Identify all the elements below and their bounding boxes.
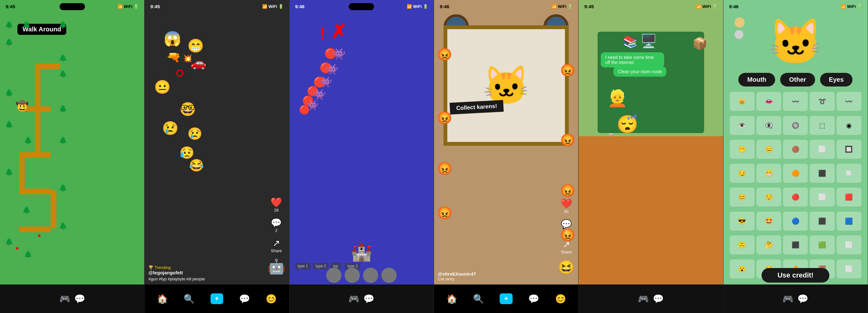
inbox-icon[interactable]: 💬 <box>239 294 250 304</box>
acc-item[interactable]: ⬚ <box>810 116 834 135</box>
inbox-icon-4[interactable]: 💬 <box>528 294 539 304</box>
status-time-4: 9:46 <box>440 4 449 9</box>
acc-item[interactable]: 😎 <box>730 212 754 231</box>
acc-item[interactable]: ⬜ <box>810 187 834 207</box>
acc-item[interactable]: 👁️ <box>730 116 754 135</box>
acc-item[interactable]: ◻️ <box>837 164 861 183</box>
emoji-nerd: 🤓 <box>180 101 196 117</box>
angry-emoji-4: 😡 <box>560 133 575 147</box>
like-button-4[interactable]: ❤️ 40 <box>560 198 572 214</box>
home-icon[interactable]: 🏠 <box>157 294 168 304</box>
acc-item[interactable]: ◉ <box>837 116 861 135</box>
screen4-cat-story: 9:46 📶 WiFi 🔋 🐱 Collect karens! 😡 😡 😡 😡 … <box>434 0 579 313</box>
acc-item[interactable]: 🔵 <box>783 212 808 231</box>
game-controller-icon[interactable]: 🎮 <box>59 294 70 304</box>
chat-icon[interactable]: 💬 <box>74 294 85 304</box>
share-button-4[interactable]: ↗ Share <box>561 239 572 254</box>
acc-item[interactable]: ⬛ <box>783 235 808 254</box>
bottom-nav-5: 🎮 💬 <box>579 284 723 313</box>
like-button[interactable]: ❤️ 26 <box>271 197 282 213</box>
acc-item[interactable]: 🟥 <box>837 187 861 207</box>
status-icons-3: 📶 WiFi 🔋 <box>407 4 428 9</box>
acc-item[interactable]: 😮 <box>730 259 754 278</box>
game-icon-5[interactable]: 🎮 <box>638 294 649 304</box>
avatar-icon: 🤖 <box>268 258 285 275</box>
ctrl-btn-2[interactable] <box>345 268 360 283</box>
tab-eyes[interactable]: Eyes <box>820 73 853 86</box>
acc-item[interactable]: 🤔 <box>756 235 781 254</box>
acc-item[interactable]: 🟤 <box>783 140 808 159</box>
comment-count-4: 2 <box>565 229 567 234</box>
acc-item[interactable]: 😶 <box>730 140 754 159</box>
add-button[interactable]: + <box>211 293 223 304</box>
tab-mouth[interactable]: Mouth <box>738 73 775 86</box>
acc-item[interactable]: ⬜ <box>810 140 834 159</box>
tree-icon: 🌲 <box>59 105 67 113</box>
acc-item[interactable]: 〰️ <box>783 92 808 111</box>
search-icon[interactable]: 🔍 <box>184 294 195 304</box>
book-emoji: 📚 <box>623 35 638 49</box>
game-icon-3[interactable]: 🎮 <box>348 294 360 304</box>
chat-icon-5[interactable]: 💬 <box>653 294 664 304</box>
acc-item[interactable]: ⬛ <box>810 164 834 183</box>
chat-icon-6[interactable]: 💬 <box>797 294 808 304</box>
add-button-4[interactable]: + <box>500 293 513 304</box>
path-segment <box>35 63 40 109</box>
acc-item[interactable]: ➰ <box>810 92 834 111</box>
home-icon-4[interactable]: 🏠 <box>446 294 458 304</box>
ctrl-btn-3[interactable] <box>363 268 378 283</box>
ctrl-btn-1[interactable] <box>326 268 341 283</box>
use-credit-button[interactable]: Use credit! <box>762 268 829 283</box>
comment-icon: 💬 <box>271 218 282 228</box>
screen6-cat-customizer: 9:46 📶 WiFi 🔋 🐱 Mouth Other Eyes 😸 👄 〰️ … <box>723 0 868 313</box>
x-mark: ✗ <box>331 21 346 43</box>
acc-item[interactable]: 😑 <box>756 140 781 159</box>
acc-item[interactable]: 🔘 <box>783 116 808 135</box>
acc-item[interactable]: ⬛ <box>810 212 834 231</box>
acc-item[interactable]: 🟦 <box>837 212 861 231</box>
acc-item[interactable]: 🔴 <box>783 187 808 207</box>
comment-button[interactable]: 💬 2 <box>271 218 282 233</box>
acc-item[interactable]: 🟩 <box>810 235 834 254</box>
profile-icon-4[interactable]: 😊 <box>555 294 566 304</box>
angry-emoji-5: 😡 <box>437 162 452 175</box>
impostor-1: 👾 <box>332 47 346 60</box>
acc-item[interactable]: ⬜ <box>837 235 861 254</box>
status-bar-2: 9:45 📶 WiFi 🔋 <box>145 0 289 13</box>
game-icon-6[interactable]: 🎮 <box>782 294 794 304</box>
tiktok-subtitle-4: Cat story <box>438 277 559 281</box>
notch-1 <box>60 3 85 10</box>
tab-other[interactable]: Other <box>780 73 815 86</box>
cat-frame: 🐱 <box>443 25 569 146</box>
like-count: 26 <box>274 208 278 213</box>
acc-item[interactable]: 😏 <box>730 164 754 183</box>
acc-item[interactable]: 👄 <box>756 92 781 111</box>
tiktok-tags: #gun #fyp #playbyte kill people <box>148 277 270 281</box>
box-emoji: 📦 <box>692 36 707 50</box>
acc-item[interactable]: 👁️‍🗨️ <box>756 116 781 135</box>
acc-item[interactable]: 😬 <box>756 164 781 183</box>
acc-item[interactable]: 🙃 <box>730 235 754 254</box>
status-bar-6: 9:46 📶 WiFi 🔋 <box>723 0 868 13</box>
acc-item[interactable]: ⬜ <box>837 259 861 278</box>
status-time-2: 9:45 <box>150 4 160 9</box>
acc-item[interactable]: 🤩 <box>756 212 781 231</box>
comment-button-4[interactable]: 💬 2 <box>561 219 572 234</box>
acc-item[interactable]: 🟠 <box>783 164 808 183</box>
ctrl-btn-4[interactable] <box>381 268 397 283</box>
game-controls <box>289 268 434 283</box>
acc-item[interactable]: 😸 <box>730 92 754 111</box>
profile-icon[interactable]: 😊 <box>266 294 277 304</box>
acc-item[interactable]: 〰️ <box>837 92 861 111</box>
acc-item[interactable]: 🔲 <box>837 140 861 159</box>
share-button[interactable]: ↗ Share <box>271 238 282 253</box>
tiktok-username: @legojangofett <box>148 270 270 275</box>
comment-icon-4: 💬 <box>561 219 572 229</box>
path-segment <box>35 63 60 69</box>
chat-icon-3[interactable]: 💬 <box>363 294 374 304</box>
status-bar-5: 9:45 📶 WiFi 🔋 <box>579 0 723 13</box>
search-icon-4[interactable]: 🔍 <box>473 294 484 304</box>
acc-item[interactable]: 😌 <box>756 187 781 207</box>
tiktok-bottom-info: 🏆 Trending @legojangofett #gun #fyp #pla… <box>148 265 270 281</box>
acc-item[interactable]: 😊 <box>730 187 754 207</box>
